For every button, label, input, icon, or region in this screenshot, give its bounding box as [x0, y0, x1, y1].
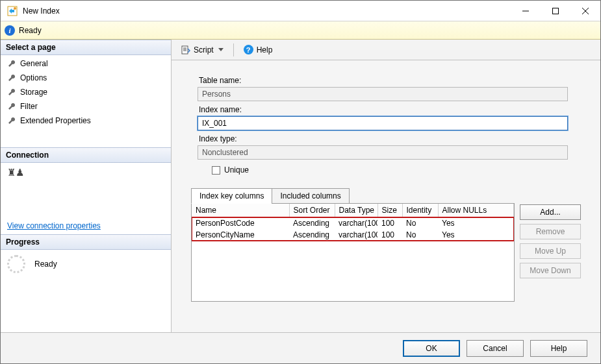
- sidebar-item-general[interactable]: General: [1, 56, 171, 71]
- cell-type: varchar(100: [335, 217, 377, 230]
- remove-button[interactable]: Remove: [520, 224, 581, 239]
- index-name-input[interactable]: [198, 116, 568, 130]
- status-banner: i Ready: [1, 21, 600, 40]
- cancel-button[interactable]: Cancel: [467, 340, 524, 357]
- cell-type: varchar(100: [335, 229, 377, 241]
- unique-label: Unique: [224, 165, 249, 175]
- columns-grid[interactable]: Name Sort Order Data Type Size Identity …: [191, 203, 515, 302]
- cell-size: 100: [377, 229, 402, 241]
- view-connection-properties-link[interactable]: View connection properties: [1, 217, 171, 234]
- table-name-label: Table name:: [199, 76, 581, 85]
- progress-block: Ready: [1, 250, 171, 278]
- titlebar: New Index: [1, 1, 600, 21]
- sidebar-item-label: Options: [20, 73, 47, 82]
- sidebar-item-label: Filter: [20, 102, 38, 111]
- sidebar-item-label: Extended Properties: [20, 116, 91, 125]
- cell-nulls: Yes: [438, 229, 514, 241]
- cell-size: 100: [377, 217, 402, 230]
- sidebar-item-extended-properties[interactable]: Extended Properties: [1, 114, 171, 128]
- grid-row[interactable]: PersonCityName Ascending varchar(100 100…: [192, 229, 514, 241]
- content-area: Script ? Help Table name: Persons Index …: [172, 40, 600, 332]
- index-type-label: Index type:: [199, 134, 581, 143]
- sidebar-item-options[interactable]: Options: [1, 71, 171, 85]
- minimize-button[interactable]: [511, 1, 541, 21]
- wrench-icon: [7, 102, 16, 111]
- close-button[interactable]: [570, 1, 600, 21]
- grid-row[interactable]: PersonPostCode Ascending varchar(100 100…: [192, 217, 514, 230]
- col-name[interactable]: Name: [192, 204, 289, 217]
- sidebar-item-label: Storage: [20, 88, 47, 97]
- ok-button[interactable]: OK: [403, 340, 460, 357]
- unique-checkbox[interactable]: [212, 166, 220, 175]
- progress-text: Ready: [34, 260, 57, 269]
- help-button[interactable]: ? Help: [239, 43, 277, 56]
- progress-spinner-icon: [7, 255, 25, 273]
- sidebar-item-storage[interactable]: Storage: [1, 85, 171, 99]
- grid-area: Index key columns Included columns Name: [191, 188, 581, 302]
- wrench-icon: [7, 73, 16, 82]
- cell-name: PersonCityName: [192, 229, 289, 241]
- main-area: Select a page General Options: [1, 40, 600, 332]
- tab-included-columns[interactable]: Included columns: [272, 188, 349, 204]
- maximize-button[interactable]: [541, 1, 570, 21]
- col-type[interactable]: Data Type: [335, 204, 377, 217]
- wrench-icon: [7, 59, 16, 68]
- col-size[interactable]: Size: [377, 204, 402, 217]
- script-button-label: Script: [194, 45, 214, 55]
- form-area: Table name: Persons Index name: Index ty…: [172, 60, 600, 181]
- sidebar-item-label: General: [20, 59, 48, 68]
- help-button-label: Help: [257, 45, 273, 55]
- connection-icon: ♜♟: [1, 163, 171, 182]
- page-list: General Options Storage: [1, 55, 171, 129]
- svg-rect-3: [553, 8, 559, 14]
- grid-header-row: Name Sort Order Data Type Size Identity …: [192, 204, 514, 217]
- move-down-button[interactable]: Move Down: [520, 263, 581, 278]
- status-banner-text: Ready: [19, 26, 42, 35]
- footer-help-button[interactable]: Help: [530, 340, 587, 357]
- col-identity[interactable]: Identity: [402, 204, 438, 217]
- cell-identity: No: [402, 229, 438, 241]
- sidebar-item-filter[interactable]: Filter: [1, 99, 171, 114]
- script-icon: [181, 45, 190, 55]
- progress-header: Progress: [1, 234, 171, 250]
- cell-name: PersonPostCode: [192, 217, 289, 230]
- index-name-label: Index name:: [199, 105, 581, 114]
- svg-point-1: [14, 7, 16, 10]
- cell-sort: Ascending: [289, 217, 335, 230]
- wrench-icon: [7, 88, 16, 97]
- select-page-header: Select a page: [1, 40, 171, 55]
- grid-side-buttons: Add... Remove Move Up Move Down: [520, 188, 581, 302]
- help-icon: ?: [244, 45, 253, 55]
- tab-index-key-columns[interactable]: Index key columns: [191, 188, 272, 204]
- script-button[interactable]: Script: [177, 43, 228, 56]
- col-sort[interactable]: Sort Order: [289, 204, 335, 217]
- move-up-button[interactable]: Move Up: [520, 243, 581, 259]
- sidebar: Select a page General Options: [1, 40, 172, 332]
- index-type-field: Nonclustered: [198, 145, 568, 160]
- col-nulls[interactable]: Allow NULLs: [438, 204, 514, 217]
- wrench-icon: [7, 116, 16, 125]
- app-icon: [7, 6, 18, 16]
- table-name-field: Persons: [198, 87, 568, 101]
- cell-identity: No: [402, 217, 438, 230]
- add-button[interactable]: Add...: [520, 204, 581, 220]
- connection-header: Connection: [1, 147, 171, 163]
- tabs: Index key columns Included columns: [191, 188, 515, 203]
- toolbar-separator: [233, 43, 234, 56]
- chevron-down-icon: [218, 48, 224, 51]
- cell-nulls: Yes: [438, 217, 514, 230]
- svg-rect-6: [182, 46, 188, 54]
- content-toolbar: Script ? Help: [172, 40, 600, 60]
- dialog-footer: OK Cancel Help: [1, 332, 600, 363]
- cell-sort: Ascending: [289, 229, 335, 241]
- info-icon: i: [5, 25, 15, 36]
- dialog-window: New Index i Ready Select a page Genera: [0, 0, 601, 364]
- window-title: New Index: [23, 6, 60, 16]
